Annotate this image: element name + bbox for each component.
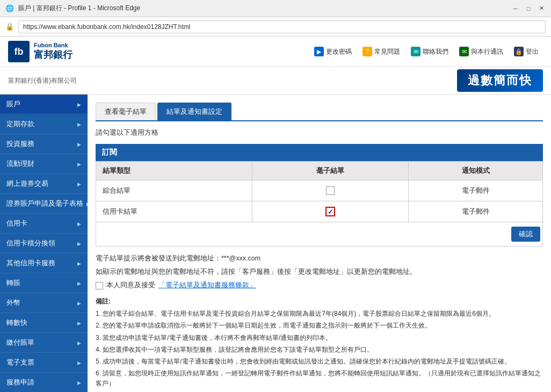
minimize-button[interactable]: ─: [511, 4, 520, 13]
sidebar-item-mobile-banking-label: 流動理財: [6, 159, 34, 169]
sidebar-item-fixed-deposit[interactable]: 定期存款: [0, 114, 88, 134]
nav-change-password[interactable]: ▶ 更改密碼: [310, 45, 356, 59]
sidebar-item-bill-payment-label: 繳付賬單: [6, 338, 34, 347]
notes-section: 備註: 您的電子綜合結單、電子信用卡結單及電子投資綜合月結單之保留期限為最近7年…: [96, 296, 543, 389]
sidebar-item-securities-label: 證券賬戶申請及毫子表格: [6, 199, 83, 208]
browser-title: 賬戶 | 富邦銀行 - Profile 1 - Microsoft Edge: [18, 4, 140, 13]
col-header-e-statement: 毫子結單: [252, 162, 409, 180]
logo-text-area: Fubon Bank 富邦銀行: [34, 42, 73, 61]
table-row: 信用卡結單 電子郵件: [96, 201, 543, 222]
sidebar-arrow-points-redemption: [77, 241, 81, 246]
sidebar-item-coupon-trading[interactable]: 網上遊券交易: [0, 174, 88, 194]
sidebar-item-securities[interactable]: 證券賬戶申請及毫子表格: [0, 194, 88, 214]
logo-icon: fb: [8, 41, 30, 62]
tab-view-statement-label: 查看毫子結單: [105, 107, 147, 115]
logo-area: fb Fubon Bank 富邦銀行: [8, 41, 73, 62]
sidebar-arrow-foreign-currency: [77, 300, 81, 306]
note-item-2: 您的電子結單申請或取消指示一般將於下一個結單日期起生效，而電子通知書之指示則一般…: [96, 321, 543, 331]
sidebar-item-cc-services[interactable]: 其他信用卡服務: [0, 253, 88, 273]
row2-notify: 電子郵件: [409, 201, 543, 222]
banner-area: 過數簡而快: [457, 69, 543, 92]
sidebar-item-bill-payment[interactable]: 繳付賬單: [0, 333, 88, 353]
row2-checkbox[interactable]: [325, 207, 335, 216]
nav-change-password-label: 更改密碼: [326, 47, 352, 56]
sidebar-arrow-investment: [77, 141, 81, 147]
sidebar-item-e-cheque-label: 電子支票: [6, 358, 34, 367]
sidebar-item-points-redemption[interactable]: 信用卡積分換領: [0, 234, 88, 253]
row1-notify: 電子郵件: [409, 180, 543, 201]
bank-header: fb Fubon Bank 富邦銀行 ▶ 更改密碼 ? 常見問題 ✉: [0, 37, 551, 95]
sidebar-item-investment[interactable]: 投資服務: [0, 134, 88, 154]
nav-communicate[interactable]: ✉ 與本行通訊: [455, 45, 508, 59]
logo-text-en: Fubon Bank: [34, 42, 73, 48]
col-header-type: 結單類型: [96, 162, 252, 180]
row1-checkbox[interactable]: [326, 186, 335, 195]
notes-list: 您的電子綜合結單、電子信用卡結單及電子投資綜合月結單之保留期限為最近7年(84個…: [96, 309, 543, 389]
sidebar-item-foreign-currency[interactable]: 外幣: [0, 293, 88, 313]
header-nav: ▶ 更改密碼 ? 常見問題 ✉ 聯絡我們 ✉ 與本行通訊 🔒 登出: [310, 45, 543, 59]
row2-checkbox-wrapper[interactable]: [259, 207, 402, 216]
terms-checkbox[interactable]: [96, 282, 103, 289]
nav-faq[interactable]: ? 常見問題: [358, 45, 404, 59]
confirm-button[interactable]: 確認: [511, 227, 540, 242]
sidebar-item-fps-label: 轉數快: [6, 318, 27, 328]
sidebar-item-investment-label: 投資服務: [6, 139, 34, 149]
address-bar: 🔒: [0, 17, 551, 37]
maximize-button[interactable]: □: [524, 4, 533, 13]
tab-settings[interactable]: 結單及通知書設定: [157, 103, 231, 120]
bank-container: fb Fubon Bank 富邦銀行 ▶ 更改密碼 ? 常見問題 ✉: [0, 37, 551, 392]
sidebar-item-points-redemption-label: 信用卡積分換領: [6, 238, 55, 248]
sidebar-item-credit-card-label: 信用卡: [6, 219, 27, 228]
nav-faq-label: 常見問題: [374, 47, 400, 56]
notes-title: 備註:: [96, 296, 543, 307]
col-header-notify: 通知模式: [409, 162, 543, 180]
email-note-1: 電子結單提示將會被發送到此電郵地址：***@xxx.com: [96, 254, 543, 263]
key-icon: ▶: [314, 47, 324, 56]
browser-favicon: 🌐: [5, 4, 14, 12]
sidebar-item-transfer-label: 轉賬: [6, 278, 20, 288]
lock-icon: 🔒: [5, 23, 14, 31]
window-controls[interactable]: ─ □ ✕: [511, 4, 546, 13]
note-item-5: 成功申請後，每當電子結單/電子通知書發出時，您會收到經由電郵或短訊發出之通知。請…: [96, 357, 543, 367]
row2-checkbox-cell: [252, 201, 409, 222]
sidebar-item-transfer[interactable]: 轉賬: [0, 273, 88, 293]
note-item-4: 如您選擇收其中一項電子結單類型服務，該登記將會應用於您名下該電子結單類型之所有戶…: [96, 345, 543, 355]
note-item-1: 您的電子綜合結單、電子信用卡結單及電子投資綜合月結單之保留期限為最近7年(84個…: [96, 309, 543, 319]
sidebar-item-fps[interactable]: 轉數快: [0, 313, 88, 333]
close-button[interactable]: ✕: [537, 4, 546, 13]
sidebar-item-service-application[interactable]: 服務申請: [0, 373, 88, 392]
row1-checkbox-wrapper[interactable]: [259, 186, 402, 195]
statement-table: 結單類型 毫子結單 通知模式 綜合結單 電子郵件: [96, 161, 543, 222]
sidebar-item-credit-card[interactable]: 信用卡: [0, 214, 88, 234]
sidebar-arrow-bill-payment: [77, 340, 81, 346]
sidebar-arrow-credit-card: [77, 221, 81, 227]
sidebar-item-account-label: 賬戶: [6, 99, 20, 109]
url-input[interactable]: [18, 20, 546, 33]
footer-section: 電子結單提示將會被發送到此電郵地址：***@xxx.com 如顯示的電郵地址與您…: [96, 254, 543, 389]
terms-text: 本人同意及接受: [106, 281, 155, 290]
sidebar-arrow-service-application: [77, 380, 81, 386]
row1-type: 綜合結單: [96, 180, 252, 201]
email-note-2: 如顯示的電郵地址與您的電郵地址不符，請按「客戶服務」後按「更改電郵地址」以更新您…: [96, 267, 543, 277]
message-icon: ✉: [459, 47, 469, 56]
sidebar-item-account[interactable]: 賬戶: [0, 95, 88, 114]
sidebar-item-service-application-label: 服務申請: [6, 378, 34, 387]
nav-contact[interactable]: ✉ 聯絡我們: [407, 45, 453, 59]
nav-logout[interactable]: 🔒 登出: [510, 45, 543, 59]
terms-link[interactable]: 「電子結單及通知書服務條款」: [158, 281, 256, 290]
note-item-3: 當您成功申請電子結單/電子通知書後，本行將不會再郵寄結單/通知書的列印本。: [96, 333, 543, 343]
tab-settings-label: 結單及通知書設定: [166, 107, 222, 115]
sidebar-arrow-cc-services: [77, 260, 81, 266]
sidebar-arrow-e-cheque: [77, 360, 81, 366]
content-area: 查看毫子結單 結單及通知書設定 請勾選以下適用方格 訂閱 結單類型 毫子結單 通…: [88, 95, 551, 392]
tab-view-statement[interactable]: 查看毫子結單: [96, 103, 156, 120]
sidebar: 賬戶 定期存款 投資服務 流動理財 網上遊券交易 證券賬戶申請及毫子表格: [0, 95, 88, 392]
sidebar-arrow-fixed-deposit: [77, 121, 81, 127]
nav-contact-label: 聯絡我們: [423, 47, 448, 56]
nav-logout-label: 登出: [526, 47, 539, 56]
question-icon: ?: [363, 47, 372, 56]
sidebar-item-mobile-banking[interactable]: 流動理財: [0, 154, 88, 174]
sidebar-arrow-coupon-trading: [77, 181, 81, 187]
mail-icon: ✉: [411, 47, 421, 56]
sidebar-item-e-cheque[interactable]: 電子支票: [0, 353, 88, 373]
